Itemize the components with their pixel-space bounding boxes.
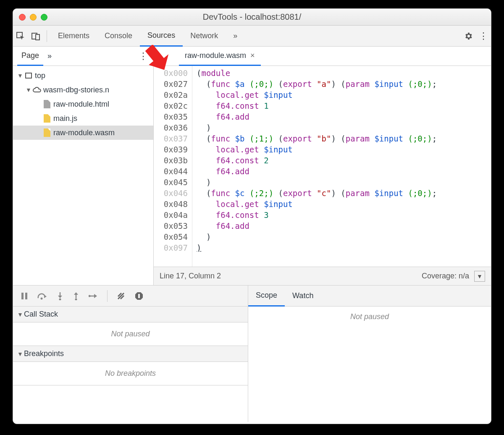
tree-frame-top[interactable]: ▼ top [13,68,153,83]
navigator-bar: Page » ⋮ raw-module.wasm × [13,47,491,66]
debugger-toolbar: Scope Watch [13,285,491,306]
editor-tab-raw-module-wasm[interactable]: raw-module.wasm × [179,47,261,66]
tree-label: raw-module.html [52,100,109,109]
close-window-button[interactable] [19,14,26,21]
main-tab-bar: Elements Console Sources Network » ⋮ [13,26,491,47]
scope-body: Not paused [248,307,491,422]
section-title: Call Stack [24,310,58,319]
file-tree: ▼ top ▼ wasm-dbg-stories.n raw-module.ht… [13,66,154,285]
section-title: Breakpoints [24,349,64,358]
svg-marker-6 [44,295,47,298]
svg-point-10 [59,298,61,300]
breakpoints-body: No breakpoints [13,362,248,385]
svg-point-13 [75,298,77,300]
svg-marker-9 [58,296,62,298]
watch-tab[interactable]: Watch [285,286,321,307]
step-out-icon[interactable] [73,292,79,300]
file-icon [42,128,52,137]
tab-elements[interactable]: Elements [50,26,97,47]
tab-network[interactable]: Network [183,26,226,47]
navigator-tab-page[interactable]: Page [17,47,43,66]
svg-point-7 [41,297,43,299]
tree-label: wasm-dbg-stories.n [42,86,109,94]
step-icon[interactable] [89,293,98,299]
tree-label: main.js [52,114,77,123]
step-over-icon[interactable] [37,292,47,300]
file-icon [42,100,52,108]
coverage-status: Coverage: n/a [422,272,469,280]
pause-icon[interactable] [21,292,28,300]
titlebar: DevTools - localhost:8081/ [13,9,491,26]
svg-rect-4 [21,293,24,299]
navigator-menu-icon[interactable]: ⋮ [137,51,149,62]
minimize-window-button[interactable] [30,14,37,21]
disclosure-triangle-icon: ▼ [17,351,24,357]
callstack-body: Not paused [13,322,248,346]
settings-icon[interactable] [461,29,476,44]
tree-label: raw-module.wasm [52,128,115,137]
gutter[interactable]: 0x0000x0270x02a0x02c0x0350x0360x0370x039… [154,66,192,267]
status-dropdown-icon[interactable]: ▼ [474,271,485,282]
deactivate-breakpoints-icon[interactable] [117,292,125,300]
zoom-window-button[interactable] [41,14,47,21]
window-title: DevTools - localhost:8081/ [203,12,302,22]
cursor-position: Line 17, Column 2 [160,272,221,280]
svg-rect-21 [138,294,140,298]
file-icon [42,114,52,123]
svg-point-16 [89,295,91,297]
debugger-panels: ▼ Call Stack Not paused ▼ Breakpoints No… [13,306,491,422]
svg-rect-2 [36,34,39,40]
step-into-icon[interactable] [57,292,63,300]
editor-status-bar: Line 17, Column 2 Coverage: n/a ▼ [154,267,491,285]
editor-pane: 0x0000x0270x02a0x02c0x0350x0360x0370x039… [154,66,491,285]
tab-sources[interactable]: Sources [140,26,183,47]
inspect-element-icon[interactable] [13,29,28,44]
separator [47,30,47,42]
scope-tab[interactable]: Scope [248,286,285,307]
pause-on-exceptions-icon[interactable] [134,291,144,301]
kebab-menu-icon[interactable]: ⋮ [476,29,491,44]
close-tab-icon[interactable]: × [250,51,255,60]
disclosure-triangle-icon: ▼ [26,86,32,93]
tab-console[interactable]: Console [97,26,140,47]
svg-marker-12 [74,292,78,295]
code-content[interactable]: (module (func $a (;0;) (export "a") (par… [192,66,491,267]
disclosure-triangle-icon: ▼ [17,72,24,79]
tab-overflow[interactable]: » [226,26,245,47]
device-toolbar-icon[interactable] [28,29,43,44]
callstack-header[interactable]: ▼ Call Stack [13,307,248,322]
tree-label: top [33,71,45,80]
cloud-icon [32,86,42,93]
navigator-tab-overflow[interactable]: » [43,47,56,66]
tree-origin[interactable]: ▼ wasm-dbg-stories.n [13,83,153,97]
breakpoints-header[interactable]: ▼ Breakpoints [13,346,248,362]
tree-file-wasm[interactable]: raw-module.wasm [13,126,153,140]
code-area[interactable]: 0x0000x0270x02a0x02c0x0350x0360x0370x039… [154,66,491,267]
svg-marker-15 [94,294,97,298]
frame-icon [24,73,33,79]
separator [107,290,108,302]
tree-file-html[interactable]: raw-module.html [13,97,153,111]
disclosure-triangle-icon: ▼ [17,311,24,318]
svg-rect-5 [25,293,27,299]
devtools-window: DevTools - localhost:8081/ Elements Cons… [13,8,491,424]
tree-file-js[interactable]: main.js [13,111,153,126]
editor-tab-label: raw-module.wasm [185,51,246,60]
window-controls [19,14,47,21]
